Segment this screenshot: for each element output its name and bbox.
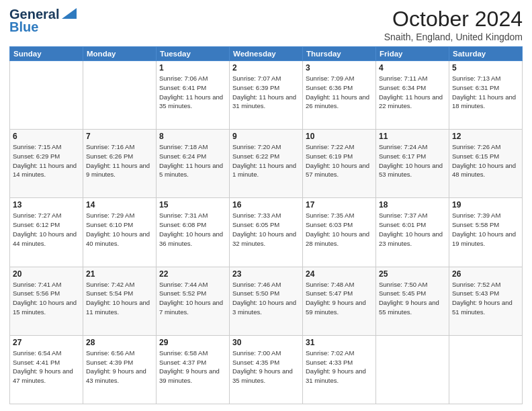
day-info: Sunrise: 7:31 AM Sunset: 6:08 PM Dayligh… xyxy=(159,211,226,248)
calendar-cell: 21Sunrise: 7:42 AM Sunset: 5:54 PM Dayli… xyxy=(83,267,157,335)
day-number: 29 xyxy=(159,338,226,347)
day-number: 11 xyxy=(379,132,446,141)
day-info: Sunrise: 7:35 AM Sunset: 6:03 PM Dayligh… xyxy=(306,211,373,248)
calendar-cell: 9Sunrise: 7:20 AM Sunset: 6:22 PM Daylig… xyxy=(230,130,303,198)
day-number: 27 xyxy=(13,338,80,347)
calendar-cell: 4Sunrise: 7:11 AM Sunset: 6:34 PM Daylig… xyxy=(376,61,449,130)
day-info: Sunrise: 7:11 AM Sunset: 6:34 PM Dayligh… xyxy=(379,74,446,111)
day-info: Sunrise: 7:29 AM Sunset: 6:10 PM Dayligh… xyxy=(86,211,153,248)
calendar-cell: 14Sunrise: 7:29 AM Sunset: 6:10 PM Dayli… xyxy=(83,198,157,267)
day-number: 7 xyxy=(86,132,153,141)
calendar-header-saturday: Saturday xyxy=(449,47,523,61)
page: General Blue October 2024 Snaith, Englan… xyxy=(0,0,532,411)
calendar-cell: 22Sunrise: 7:44 AM Sunset: 5:52 PM Dayli… xyxy=(157,267,230,335)
day-info: Sunrise: 7:20 AM Sunset: 6:22 PM Dayligh… xyxy=(232,142,300,179)
calendar-cell: 5Sunrise: 7:13 AM Sunset: 6:31 PM Daylig… xyxy=(449,61,523,130)
day-number: 15 xyxy=(159,200,226,210)
calendar-cell: 2Sunrise: 7:07 AM Sunset: 6:39 PM Daylig… xyxy=(230,61,303,130)
calendar-week-3: 20Sunrise: 7:41 AM Sunset: 5:56 PM Dayli… xyxy=(10,267,523,335)
calendar-week-1: 6Sunrise: 7:15 AM Sunset: 6:29 PM Daylig… xyxy=(10,130,523,198)
calendar-cell: 12Sunrise: 7:26 AM Sunset: 6:15 PM Dayli… xyxy=(449,130,523,198)
calendar-header-row: SundayMondayTuesdayWednesdayThursdayFrid… xyxy=(10,47,523,61)
title-block: October 2024 Snaith, England, United Kin… xyxy=(384,7,523,42)
calendar-cell: 26Sunrise: 7:52 AM Sunset: 5:43 PM Dayli… xyxy=(449,267,523,335)
day-number: 28 xyxy=(86,338,153,347)
calendar-cell: 1Sunrise: 7:06 AM Sunset: 6:41 PM Daylig… xyxy=(157,61,230,130)
day-info: Sunrise: 7:52 AM Sunset: 5:43 PM Dayligh… xyxy=(452,280,519,317)
svg-marker-0 xyxy=(62,8,77,19)
day-info: Sunrise: 7:48 AM Sunset: 5:47 PM Dayligh… xyxy=(306,280,373,317)
day-number: 31 xyxy=(306,338,373,347)
calendar-cell: 3Sunrise: 7:09 AM Sunset: 6:36 PM Daylig… xyxy=(303,61,376,130)
calendar-header-wednesday: Wednesday xyxy=(230,47,303,61)
calendar-week-2: 13Sunrise: 7:27 AM Sunset: 6:12 PM Dayli… xyxy=(10,198,523,267)
day-info: Sunrise: 6:56 AM Sunset: 4:39 PM Dayligh… xyxy=(86,349,153,385)
calendar-cell: 15Sunrise: 7:31 AM Sunset: 6:08 PM Dayli… xyxy=(157,198,230,267)
day-number: 23 xyxy=(232,269,300,279)
calendar-header-tuesday: Tuesday xyxy=(157,47,230,61)
day-number: 19 xyxy=(452,200,519,210)
day-number: 30 xyxy=(232,338,300,347)
calendar-header-sunday: Sunday xyxy=(10,47,83,61)
day-number: 8 xyxy=(159,132,226,141)
calendar-cell: 16Sunrise: 7:33 AM Sunset: 6:05 PM Dayli… xyxy=(230,198,303,267)
day-number: 21 xyxy=(86,269,153,279)
day-number: 22 xyxy=(159,269,226,279)
day-number: 18 xyxy=(379,200,446,210)
day-info: Sunrise: 7:26 AM Sunset: 6:15 PM Dayligh… xyxy=(452,142,519,179)
calendar-cell: 11Sunrise: 7:24 AM Sunset: 6:17 PM Dayli… xyxy=(376,130,449,198)
day-number: 1 xyxy=(159,63,226,73)
day-info: Sunrise: 7:41 AM Sunset: 5:56 PM Dayligh… xyxy=(13,280,80,317)
day-info: Sunrise: 7:46 AM Sunset: 5:50 PM Dayligh… xyxy=(232,280,300,317)
calendar-cell: 10Sunrise: 7:22 AM Sunset: 6:19 PM Dayli… xyxy=(303,130,376,198)
header: General Blue October 2024 Snaith, Englan… xyxy=(9,7,523,42)
day-info: Sunrise: 7:18 AM Sunset: 6:24 PM Dayligh… xyxy=(159,142,226,179)
day-number: 10 xyxy=(306,132,373,141)
calendar-header-thursday: Thursday xyxy=(303,47,376,61)
day-info: Sunrise: 7:15 AM Sunset: 6:29 PM Dayligh… xyxy=(13,142,80,179)
day-number: 5 xyxy=(452,63,519,73)
day-info: Sunrise: 6:58 AM Sunset: 4:37 PM Dayligh… xyxy=(159,349,226,385)
calendar-cell xyxy=(83,61,157,130)
day-number: 20 xyxy=(13,269,80,279)
calendar-cell xyxy=(376,335,449,404)
day-info: Sunrise: 7:06 AM Sunset: 6:41 PM Dayligh… xyxy=(159,74,226,111)
day-number: 6 xyxy=(13,132,80,141)
day-number: 24 xyxy=(306,269,373,279)
day-number: 2 xyxy=(232,63,300,73)
calendar-cell: 6Sunrise: 7:15 AM Sunset: 6:29 PM Daylig… xyxy=(10,130,83,198)
day-info: Sunrise: 7:22 AM Sunset: 6:19 PM Dayligh… xyxy=(306,142,373,179)
day-number: 25 xyxy=(379,269,446,279)
day-info: Sunrise: 7:00 AM Sunset: 4:35 PM Dayligh… xyxy=(232,349,300,385)
calendar-cell: 8Sunrise: 7:18 AM Sunset: 6:24 PM Daylig… xyxy=(157,130,230,198)
day-number: 13 xyxy=(13,200,80,210)
calendar-cell: 7Sunrise: 7:16 AM Sunset: 6:26 PM Daylig… xyxy=(83,130,157,198)
calendar-cell: 17Sunrise: 7:35 AM Sunset: 6:03 PM Dayli… xyxy=(303,198,376,267)
day-number: 16 xyxy=(232,200,300,210)
calendar-cell xyxy=(449,335,523,404)
day-info: Sunrise: 7:27 AM Sunset: 6:12 PM Dayligh… xyxy=(13,211,80,248)
day-number: 4 xyxy=(379,63,446,73)
calendar-week-0: 1Sunrise: 7:06 AM Sunset: 6:41 PM Daylig… xyxy=(10,61,523,130)
calendar-header-friday: Friday xyxy=(376,47,449,61)
calendar-cell: 30Sunrise: 7:00 AM Sunset: 4:35 PM Dayli… xyxy=(230,335,303,404)
logo: General Blue xyxy=(9,7,77,35)
calendar-cell: 20Sunrise: 7:41 AM Sunset: 5:56 PM Dayli… xyxy=(10,267,83,335)
calendar-cell: 13Sunrise: 7:27 AM Sunset: 6:12 PM Dayli… xyxy=(10,198,83,267)
day-info: Sunrise: 7:50 AM Sunset: 5:45 PM Dayligh… xyxy=(379,280,446,317)
day-info: Sunrise: 7:13 AM Sunset: 6:31 PM Dayligh… xyxy=(452,74,519,111)
day-number: 17 xyxy=(306,200,373,210)
day-number: 9 xyxy=(232,132,300,141)
day-info: Sunrise: 6:54 AM Sunset: 4:41 PM Dayligh… xyxy=(13,349,80,385)
day-info: Sunrise: 7:37 AM Sunset: 6:01 PM Dayligh… xyxy=(379,211,446,248)
calendar-cell: 23Sunrise: 7:46 AM Sunset: 5:50 PM Dayli… xyxy=(230,267,303,335)
location: Snaith, England, United Kingdom xyxy=(384,32,523,42)
calendar-table: SundayMondayTuesdayWednesdayThursdayFrid… xyxy=(9,46,523,404)
calendar-cell xyxy=(10,61,83,130)
day-number: 12 xyxy=(452,132,519,141)
day-number: 14 xyxy=(86,200,153,210)
calendar-cell: 29Sunrise: 6:58 AM Sunset: 4:37 PM Dayli… xyxy=(157,335,230,404)
day-info: Sunrise: 7:07 AM Sunset: 6:39 PM Dayligh… xyxy=(232,74,300,111)
calendar-header-monday: Monday xyxy=(83,47,157,61)
calendar-cell: 28Sunrise: 6:56 AM Sunset: 4:39 PM Dayli… xyxy=(83,335,157,404)
